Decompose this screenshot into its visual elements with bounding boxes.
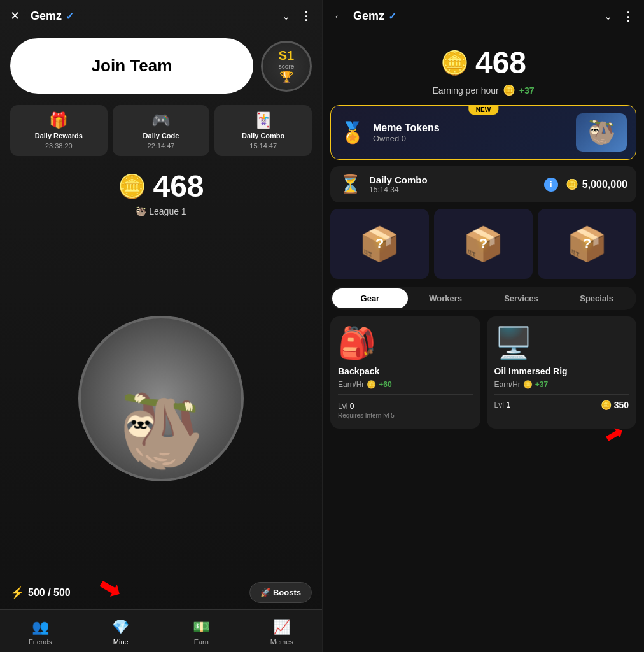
mystery-box-1[interactable]: 📦 ?	[330, 209, 429, 279]
earn-icon: 💵	[193, 619, 210, 635]
oil-rig-icon: 🖥️	[494, 325, 629, 361]
oil-rig-card[interactable]: 🖥️ Oil Immersed Rig Earn/Hr 🪙 +37 Lvl 1 …	[487, 316, 637, 429]
tab-gear[interactable]: Gear	[332, 288, 408, 308]
mystery-box-3[interactable]: 📦 ?	[538, 209, 636, 279]
daily-code-label: Daily Code	[143, 132, 179, 139]
backpack-footer: Lvl 0 Requires Intern lvl 5	[338, 400, 473, 420]
right-header: ← Gemz ✓ ⌄ ⋮	[323, 0, 644, 32]
coin-display: 🪙 468	[0, 161, 322, 206]
earning-coin-icon: 🪙	[503, 84, 515, 96]
tab-workers[interactable]: Workers	[408, 288, 484, 308]
earning-amount: +37	[519, 85, 535, 96]
daily-rewards-label: Daily Rewards	[35, 132, 83, 139]
oil-rig-earn-coin: 🪙	[523, 380, 533, 389]
boosts-button[interactable]: 🚀 Boosts	[249, 582, 312, 603]
combo-timer: 15:14:34	[369, 185, 536, 194]
coin-icon: 🪙	[118, 173, 146, 200]
gift-icon: 🎁	[49, 111, 68, 129]
league-label: 🦥 League 1	[0, 206, 322, 216]
right-coin-display: 🪙 468	[323, 32, 644, 84]
hourglass-icon: ⏳	[339, 174, 361, 195]
left-panel: ✕ Gemz ✓ ⌄ ⋮ Join Team S1 score 🏆 🎁 Dail…	[0, 0, 322, 652]
right-app-title: Gemz ✓	[353, 10, 599, 23]
oil-rig-lvl: Lvl 1	[494, 400, 510, 409]
meme-token-owned: Owned 0	[373, 134, 568, 143]
energy-section: ⚡ 500 / 500 🚀 Boosts	[0, 576, 322, 609]
left-app-title: Gemz ✓	[31, 10, 277, 23]
nav-memes[interactable]: 📈 Memes	[242, 615, 323, 649]
daily-rewards-timer: 23:38:20	[45, 142, 73, 150]
memes-icon: 📈	[273, 619, 290, 635]
mystery-box-2[interactable]: 📦 ?	[434, 209, 533, 279]
nav-earn-label: Earn	[194, 638, 209, 646]
category-tabs: Gear Workers Services Specials	[330, 287, 636, 310]
mystery-boxes: 📦 ? 📦 ? 📦 ?	[323, 209, 644, 279]
meme-token-icon: 🏅	[340, 120, 365, 145]
verified-icon: ✓	[66, 10, 74, 22]
backpack-earn-amount: +60	[379, 380, 391, 389]
daily-code-timer: 22:14:47	[148, 142, 175, 150]
meme-tokens-card[interactable]: NEW 🏅 Meme Tokens Owned 0 🦥	[330, 105, 636, 160]
energy-text: 500 / 500	[28, 587, 71, 599]
oil-rig-price: 🪙 350	[601, 400, 629, 410]
combo-info: Daily Combo 15:14:34	[369, 174, 536, 194]
score-badge: S1 score 🏆	[261, 41, 312, 92]
daily-combo-timer: 15:14:47	[249, 142, 277, 150]
sloth-icon: 🦥	[118, 390, 205, 472]
red-arrow-oil-rig: ➡	[599, 418, 629, 450]
backpack-earn: Earn/Hr 🪙 +60	[338, 380, 473, 389]
daily-combo-label: Daily Combo	[242, 132, 284, 139]
more-options-icon[interactable]: ⋮	[300, 9, 312, 23]
right-panel: ← Gemz ✓ ⌄ ⋮ 🪙 468 Earning per hour 🪙 +3…	[322, 0, 644, 652]
backpack-card[interactable]: 🎒 Backpack Earn/Hr 🪙 +60 Lvl 0 Requires …	[330, 316, 480, 429]
mine-icon: 💎	[112, 619, 129, 635]
right-title-text: Gemz	[353, 10, 384, 23]
close-icon[interactable]: ✕	[10, 9, 25, 23]
coin-amount: 468	[153, 169, 204, 204]
sloth-container: 🦥	[0, 222, 322, 576]
combo-icon: 🃏	[254, 111, 273, 129]
daily-rewards-card[interactable]: 🎁 Daily Rewards 23:38:20	[10, 105, 108, 156]
daily-combo-card[interactable]: ⏳ Daily Combo 15:14:34 i 🪙 5,000,000	[330, 166, 636, 202]
nav-friends[interactable]: 👥 Friends	[0, 615, 81, 649]
oil-rig-name: Oil Immersed Rig	[494, 366, 629, 376]
oil-rig-earn-amount: +37	[535, 380, 548, 389]
nav-friends-label: Friends	[29, 638, 52, 646]
nav-mine-label: Mine	[113, 638, 129, 646]
bottom-nav: 👥 Friends 💎 Mine 💵 Earn 📈 Memes	[0, 609, 322, 652]
daily-combo-card[interactable]: 🃏 Daily Combo 15:14:47	[214, 105, 312, 156]
title-text: Gemz	[31, 10, 62, 23]
friends-icon: 👥	[32, 619, 49, 635]
right-more-options-icon[interactable]: ⋮	[622, 10, 634, 24]
combo-title: Daily Combo	[369, 174, 536, 185]
backpack-name: Backpack	[338, 366, 473, 376]
left-header: ✕ Gemz ✓ ⌄ ⋮	[0, 0, 322, 32]
backpack-lvl: Lvl 0 Requires Intern lvl 5	[338, 400, 395, 420]
right-chevron-icon[interactable]: ⌄	[604, 10, 612, 22]
right-coin-amount: 468	[475, 45, 526, 80]
info-button[interactable]: i	[544, 178, 558, 192]
trophy-icon: 🏆	[279, 70, 293, 84]
daily-cards-row: 🎁 Daily Rewards 23:38:20 🎮 Daily Code 22…	[0, 100, 322, 161]
back-icon[interactable]: ←	[333, 9, 348, 24]
tab-services[interactable]: Services	[484, 288, 559, 308]
gear-cards: 🎒 Backpack Earn/Hr 🪙 +60 Lvl 0 Requires …	[323, 316, 644, 429]
oil-rig-divider	[494, 394, 629, 395]
sloth-tap-area[interactable]: 🦥	[78, 316, 244, 481]
earning-per-hour: Earning per hour 🪙 +37	[323, 84, 644, 96]
nav-earn[interactable]: 💵 Earn	[161, 615, 242, 649]
chevron-down-icon[interactable]: ⌄	[282, 10, 290, 22]
join-team-button[interactable]: Join Team	[10, 38, 253, 94]
backpack-icon: 🎒	[338, 325, 473, 361]
backpack-earn-label: Earn/Hr	[338, 380, 364, 389]
backpack-requires: Requires Intern lvl 5	[338, 411, 395, 420]
daily-code-card[interactable]: 🎮 Daily Code 22:14:47	[113, 105, 210, 156]
meme-token-title: Meme Tokens	[373, 122, 568, 134]
combo-coin-icon: 🪙	[566, 178, 578, 190]
new-badge: NEW	[468, 105, 498, 115]
nav-mine[interactable]: 💎 Mine	[81, 615, 162, 649]
combo-reward-amount: 5,000,000	[582, 179, 627, 190]
meme-token-info: Meme Tokens Owned 0	[373, 122, 568, 143]
price-amount: 350	[614, 400, 629, 410]
tab-specials[interactable]: Specials	[559, 288, 634, 308]
